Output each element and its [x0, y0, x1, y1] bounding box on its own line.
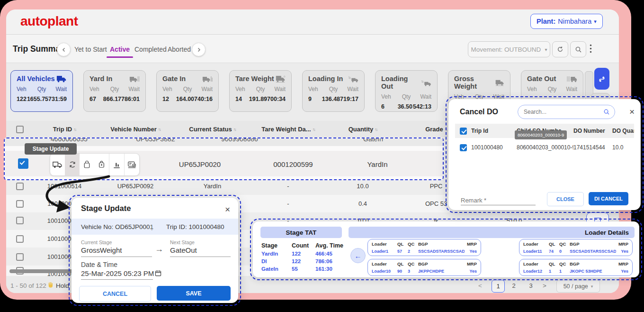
toolbar: Trip Summary Yet to Start Active Complet… [6, 35, 619, 63]
veh-label: Veh [381, 93, 398, 100]
column-header-tare-weight[interactable]: Tare Weight Da...↑↓ [249, 126, 327, 133]
search-box[interactable] [518, 105, 615, 119]
cell-tare: - [249, 183, 327, 190]
page-button-2[interactable]: 2 [509, 280, 519, 292]
stage-card-title: Gate Out [527, 75, 556, 83]
tat-loader-panel: Stage TAT Stage Count Avg. Time YardIn12… [253, 221, 639, 277]
stage-card-all-vehicles[interactable]: All Vehicles VehQtyWait 1221655.75731:59 [10, 70, 73, 112]
stage-update-sync-icon [68, 160, 77, 169]
stage-card-gate-in[interactable]: Gate In VehQtyWait 12164.00740:16 [156, 70, 219, 112]
tat-table-header: Stage Count Avg. Time [261, 242, 349, 249]
close-button[interactable]: CLOSE [547, 192, 584, 206]
truck-scale-icon [275, 75, 286, 83]
sort-icon[interactable]: ↑↓ [233, 127, 236, 132]
close-icon[interactable]: × [225, 205, 230, 214]
child-so-tooltip: 8060040203_000010-9 [515, 130, 567, 139]
truck-loading-icon [348, 75, 358, 83]
row-checkbox[interactable] [460, 144, 467, 151]
tab-yet-to-start[interactable]: Yet to Start [74, 46, 107, 53]
row-checkbox[interactable] [16, 200, 24, 208]
select-all-checkbox[interactable] [460, 128, 467, 135]
next-page-button[interactable]: > [543, 282, 546, 289]
tat-col-count: Count [292, 242, 315, 249]
refresh-button[interactable] [552, 41, 568, 57]
row-checkbox[interactable] [16, 253, 24, 261]
qty-value: 36.50 [397, 103, 413, 110]
column-header-trip-id[interactable]: Trip ID↑↓ [34, 126, 95, 133]
cell-status: YardIn [358, 160, 396, 169]
wait-label: Wait [561, 86, 577, 92]
stage-card-title: Loading Out [381, 75, 421, 90]
active-tab-underline [107, 56, 133, 58]
row-checkbox[interactable] [18, 158, 28, 169]
wait-value: 700:34 [267, 96, 286, 102]
refresh-icon [556, 46, 564, 53]
vehicle-no-label: Vehicle No: OD65JP0001 [81, 223, 153, 230]
kebab-menu-button[interactable] [590, 44, 592, 53]
column-header-quantity[interactable]: Quantity↑↓ [327, 126, 398, 133]
tab-active[interactable]: Active [110, 46, 130, 53]
page-size-select[interactable]: 50 / page ▾ [556, 280, 600, 293]
cancel-button[interactable]: CANCEL [79, 286, 151, 302]
save-button[interactable]: SAVE [157, 286, 231, 301]
page-button-1[interactable]: 1 [492, 280, 505, 293]
loader-scroll-left-button[interactable]: ← [350, 248, 366, 263]
tab-completed[interactable]: Completed [134, 46, 167, 53]
search-input[interactable] [523, 108, 600, 116]
plant-selector[interactable]: Plant: Nimbahara ▾ [530, 14, 603, 29]
vehicle-trip-band: Vehicle No: OD65JP0001 | Trip ID: 100100… [72, 219, 238, 235]
row-checkbox[interactable] [16, 183, 24, 190]
row-checkbox[interactable] [16, 217, 24, 224]
datetime-label: Date & Time [81, 261, 117, 268]
cell-tare: - [249, 200, 327, 207]
hold-label: Hold [56, 282, 69, 289]
cancel-do-row[interactable]: 1001000480 8060040203_000010-9 174151454… [455, 141, 634, 154]
calendar-icon[interactable] [155, 270, 161, 276]
row-checkbox[interactable] [16, 235, 24, 243]
stage-card-title: Yard In [89, 75, 112, 83]
page-button-3[interactable]: 3 [526, 280, 536, 292]
close-icon[interactable]: × [629, 107, 635, 116]
sort-icon[interactable]: ↑↓ [375, 127, 377, 132]
remark-input[interactable] [461, 196, 536, 205]
di-cancel-button[interactable]: DI CANCEL [589, 192, 628, 205]
next-stage-value[interactable]: GateOut [170, 246, 197, 254]
route-view-button[interactable] [594, 68, 609, 90]
search-button[interactable] [570, 41, 586, 57]
stage-card-title: Loading In [308, 75, 343, 83]
loader-card: LoaderQLQCBGPMRP Loader11740SSCSADSTARSS… [519, 239, 633, 256]
wait-value: 719:17 [340, 96, 358, 102]
brand-logo: autoplant [20, 14, 78, 29]
tabs-scroll-left-button[interactable] [57, 43, 71, 56]
cell-quantity: 10.0 [327, 183, 398, 190]
qty-value: 191.89 [249, 96, 267, 102]
tab-aborted[interactable]: Aborted [168, 46, 191, 53]
column-header-vehicle-number[interactable]: Vehicle Number↑↓ [95, 126, 176, 133]
col-do-number: DO Number [573, 128, 612, 134]
current-stage-value[interactable]: GrossWeight [81, 246, 122, 254]
tabs-scroll-right-button[interactable] [192, 43, 206, 56]
stage-card-yard-in[interactable]: Yard In VehQtyWait 67866.17786:01 [83, 70, 146, 112]
veh-value: 12 [162, 96, 176, 102]
annotation-tat-panel: Stage TAT Stage Count Avg. Time YardIn12… [250, 219, 642, 280]
datetime-value[interactable]: 25-Mar-2025 05:23 PM [81, 269, 154, 277]
select-all-checkbox[interactable] [16, 126, 24, 133]
prev-page-button[interactable]: < [478, 282, 482, 289]
field-underline [81, 257, 152, 257]
wait-label: Wait [196, 86, 213, 92]
field-underline [170, 257, 231, 257]
sort-icon[interactable]: ↑↓ [73, 127, 76, 132]
weighbridge-button[interactable] [124, 154, 139, 175]
weighbridge-icon [127, 161, 136, 169]
stage-card-tare-weight[interactable]: Tare Weight VehQtyWait 14191.89700:34 [229, 70, 292, 112]
cancel-do-modal: Cancel DO × Trip Id Child SO Numbe... DO… [448, 99, 641, 210]
stage-card-loading-out[interactable]: Loading Out VehQtyWait 636.50542:13 [375, 70, 438, 112]
movement-filter-select[interactable]: Movement: OUTBOUND ▾ [468, 41, 550, 57]
chevron-right-icon [197, 47, 201, 52]
column-header-current-status[interactable]: Current Status↑↓ [176, 126, 249, 133]
sort-icon[interactable]: ↑↓ [158, 127, 161, 132]
wait-value: 740:16 [194, 96, 213, 102]
sort-icon[interactable]: ↑↓ [313, 127, 315, 132]
stage-card-loading-in[interactable]: Loading In VehQtyWait 9136.48719:17 [302, 70, 365, 112]
col-do-quantity: DO Quant [612, 128, 634, 134]
